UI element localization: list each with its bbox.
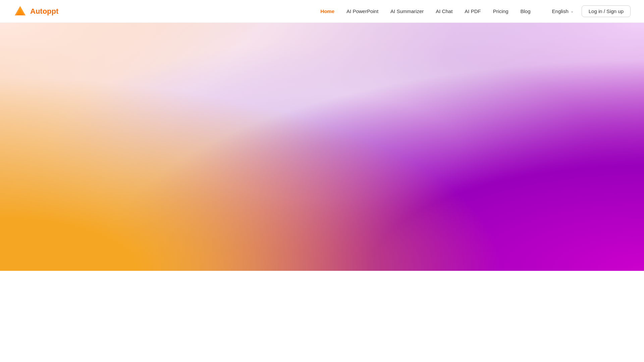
logo-link[interactable]: Autoppt (13, 5, 58, 18)
nav-links: Home AI PowerPoint AI Summarizer AI Chat… (320, 8, 530, 14)
nav-link-ai-chat[interactable]: AI Chat (436, 8, 452, 14)
nav-item-home[interactable]: Home (320, 8, 334, 14)
language-selector[interactable]: English ⌄ (543, 8, 574, 14)
login-signup-button[interactable]: Log in / Sign up (582, 5, 631, 17)
navbar: Autoppt Home AI PowerPoint AI Summarizer… (0, 0, 644, 23)
nav-right: English ⌄ Log in / Sign up (543, 5, 631, 17)
nav-item-ai-powerpoint[interactable]: AI PowerPoint (346, 8, 378, 14)
nav-link-ai-pdf[interactable]: AI PDF (465, 8, 481, 14)
nav-link-home[interactable]: Home (320, 8, 334, 14)
nav-link-ai-summarizer[interactable]: AI Summarizer (390, 8, 424, 14)
below-section (0, 271, 644, 362)
nav-link-pricing[interactable]: Pricing (493, 8, 508, 14)
nav-link-ai-powerpoint[interactable]: AI PowerPoint (346, 8, 378, 14)
flag-icon (543, 9, 550, 14)
hero-section (0, 23, 644, 271)
nav-item-ai-pdf[interactable]: AI PDF (465, 8, 481, 14)
language-label: English (552, 8, 569, 14)
logo-icon (13, 5, 27, 18)
nav-link-blog[interactable]: Blog (521, 8, 531, 14)
nav-item-ai-chat[interactable]: AI Chat (436, 8, 452, 14)
chevron-down-icon: ⌄ (571, 9, 574, 13)
nav-item-pricing[interactable]: Pricing (493, 8, 508, 14)
nav-item-ai-summarizer[interactable]: AI Summarizer (390, 8, 424, 14)
logo-text: Autoppt (30, 7, 58, 16)
nav-item-blog[interactable]: Blog (521, 8, 531, 14)
